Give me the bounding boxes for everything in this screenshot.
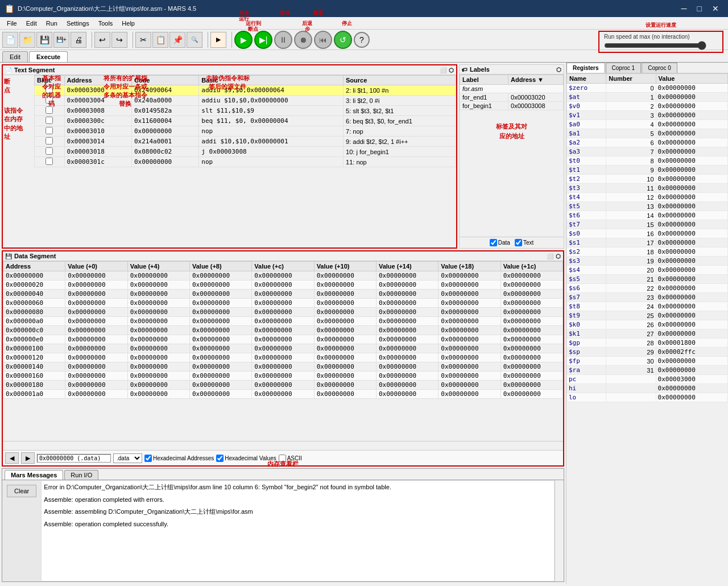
ds-v1c-cell[interactable]: 0x00000000: [500, 317, 562, 326]
reg-value-cell[interactable]: 0x00000000: [656, 247, 727, 257]
ds-v18-cell[interactable]: 0x00000000: [439, 390, 500, 399]
ds-vc-cell[interactable]: 0x00000000: [252, 362, 314, 372]
run-button[interactable]: ▶: [234, 31, 253, 49]
ds-v1c-cell[interactable]: 0x00000000: [500, 280, 562, 290]
menu-run[interactable]: Run: [42, 19, 62, 28]
ds-v8-cell[interactable]: 0x00000000: [189, 326, 251, 335]
ds-v8-cell[interactable]: 0x00000000: [189, 280, 251, 290]
ds-v18-cell[interactable]: 0x00000000: [439, 271, 500, 280]
ds-v4-cell[interactable]: 0x00000000: [127, 317, 189, 326]
ds-v1c-cell[interactable]: 0x00000000: [500, 362, 562, 372]
ds-v1c-cell[interactable]: 0x00000000: [500, 290, 562, 299]
ds-v0-cell[interactable]: 0x00000000: [65, 317, 127, 326]
save-all-button[interactable]: 💾+: [53, 32, 69, 48]
ds-v10-cell[interactable]: 0x00000000: [314, 344, 376, 353]
reg-value-cell[interactable]: 0x00003000: [656, 375, 727, 384]
ds-vc-cell[interactable]: 0x00000000: [252, 290, 314, 299]
check-data[interactable]: [490, 239, 497, 246]
ds-v0-cell[interactable]: 0x00000000: [65, 308, 127, 317]
check-data-label[interactable]: Data: [490, 239, 510, 246]
reg-value-cell[interactable]: 0x00000000: [656, 320, 727, 329]
ds-v1c-cell[interactable]: 0x00000000: [500, 381, 562, 390]
reg-value-cell[interactable]: 0x00001800: [656, 339, 727, 348]
check-hex-addr-label[interactable]: Hexadecimal Addresses: [144, 455, 214, 462]
check-hex-val[interactable]: [216, 455, 224, 462]
ds-v18-cell[interactable]: 0x00000000: [439, 326, 500, 335]
bkpt-checkbox[interactable]: [46, 137, 53, 145]
ds-v10-cell[interactable]: 0x00000000: [314, 390, 376, 399]
ds-v1c-cell[interactable]: 0x00000000: [500, 344, 562, 353]
ds-v10-cell[interactable]: 0x00000000: [314, 372, 376, 381]
reg-value-cell[interactable]: 0x00000000: [656, 93, 727, 102]
ds-v8-cell[interactable]: 0x00000000: [189, 344, 251, 353]
data-seg-hscroll[interactable]: [3, 441, 563, 450]
ds-vc-cell[interactable]: 0x00000000: [252, 326, 314, 335]
bkpt-checkbox[interactable]: [46, 96, 53, 104]
ds-v1c-cell[interactable]: 0x00000000: [500, 308, 562, 317]
ds-vc-cell[interactable]: 0x00000000: [252, 390, 314, 399]
open-button[interactable]: 📁: [19, 32, 35, 48]
ds-v0-cell[interactable]: 0x00000000: [65, 362, 127, 372]
reg-value-cell[interactable]: 0x00000000: [656, 111, 727, 120]
ds-v18-cell[interactable]: 0x00000000: [439, 280, 500, 290]
ds-v4-cell[interactable]: 0x00000000: [127, 326, 189, 335]
ds-v18-cell[interactable]: 0x00000000: [439, 335, 500, 344]
ds-v10-cell[interactable]: 0x00000000: [314, 290, 376, 299]
ds-v14-cell[interactable]: 0x00000000: [376, 353, 438, 362]
ds-v14-cell[interactable]: 0x00000000: [376, 308, 438, 317]
ds-v1c-cell[interactable]: 0x00000000: [500, 271, 562, 280]
ds-v10-cell[interactable]: 0x00000000: [314, 353, 376, 362]
ds-v4-cell[interactable]: 0x00000000: [127, 271, 189, 280]
ds-v1c-cell[interactable]: 0x00000000: [500, 353, 562, 362]
ds-v4-cell[interactable]: 0x00000000: [127, 362, 189, 372]
bkpt-cell[interactable]: [35, 157, 65, 167]
ds-v10-cell[interactable]: 0x00000000: [314, 280, 376, 290]
ds-v8-cell[interactable]: 0x00000000: [189, 390, 251, 399]
ds-v14-cell[interactable]: 0x00000000: [376, 271, 438, 280]
minimize-button[interactable]: ─: [677, 3, 692, 14]
reg-value-cell[interactable]: 0x00000000: [656, 156, 727, 166]
ds-v4-cell[interactable]: 0x00000000: [127, 372, 189, 381]
ds-v4-cell[interactable]: 0x00000000: [127, 344, 189, 353]
reg-value-cell[interactable]: 0x00000000: [656, 311, 727, 320]
bkpt-checkbox[interactable]: [46, 86, 53, 93]
ds-v10-cell[interactable]: 0x00000000: [314, 317, 376, 326]
menu-settings[interactable]: Settings: [62, 19, 94, 28]
tab-mars-messages[interactable]: Mars Messages: [5, 470, 63, 480]
menu-edit[interactable]: Edit: [22, 19, 42, 28]
help-run-button[interactable]: ?: [354, 32, 370, 48]
reg-value-cell[interactable]: 0x00000000: [656, 102, 727, 111]
reset-button[interactable]: ↺: [334, 31, 352, 49]
ds-v8-cell[interactable]: 0x00000000: [189, 381, 251, 390]
ds-v0-cell[interactable]: 0x00000000: [65, 335, 127, 344]
bkpt-checkbox[interactable]: [46, 147, 53, 155]
reg-value-cell[interactable]: 0x00000000: [656, 147, 727, 156]
ds-v1c-cell[interactable]: 0x00000000: [500, 326, 562, 335]
ds-v8-cell[interactable]: 0x00000000: [189, 271, 251, 280]
reg-value-cell[interactable]: 0x00000000: [656, 175, 727, 184]
ds-v8-cell[interactable]: 0x00000000: [189, 372, 251, 381]
ds-v10-cell[interactable]: 0x00000000: [314, 271, 376, 280]
bkpt-cell[interactable]: [35, 116, 65, 126]
clear-button[interactable]: Clear: [7, 485, 36, 497]
reg-value-cell[interactable]: 0x00000000: [656, 238, 727, 247]
ds-v14-cell[interactable]: 0x00000000: [376, 299, 438, 308]
check-text[interactable]: [515, 239, 522, 246]
tab-coproc1[interactable]: Coproc 1: [606, 63, 642, 73]
ds-v18-cell[interactable]: 0x00000000: [439, 317, 500, 326]
ds-v10-cell[interactable]: 0x00000000: [314, 362, 376, 372]
tab-run-io[interactable]: Run I/O: [64, 470, 98, 480]
data-segment-dropdown[interactable]: .data .text .stack: [113, 453, 142, 463]
ds-v4-cell[interactable]: 0x00000000: [127, 280, 189, 290]
tab-edit[interactable]: Edit: [2, 51, 28, 62]
speed-slider[interactable]: [604, 41, 706, 50]
reg-value-cell[interactable]: 0x00000000: [656, 293, 727, 302]
menu-file[interactable]: File: [2, 19, 22, 28]
save-button[interactable]: 💾: [36, 32, 52, 48]
ds-v18-cell[interactable]: 0x00000000: [439, 308, 500, 317]
ds-v8-cell[interactable]: 0x00000000: [189, 317, 251, 326]
reg-value-cell[interactable]: 0x00000000: [656, 229, 727, 238]
ds-v0-cell[interactable]: 0x00000000: [65, 299, 127, 308]
ds-v0-cell[interactable]: 0x00000000: [65, 290, 127, 299]
bkpt-cell[interactable]: [35, 147, 65, 157]
